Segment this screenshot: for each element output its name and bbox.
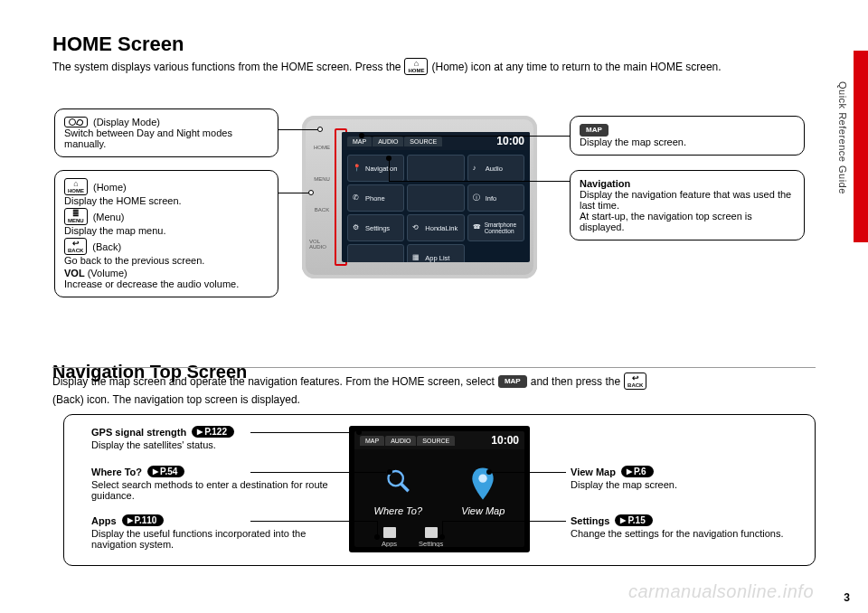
- tile-hondalink: ⟲HondaLink: [407, 214, 464, 241]
- page-ref[interactable]: P.122: [192, 426, 234, 438]
- callout-display-mode: (Display Mode) Switch between Day and Ni…: [54, 108, 278, 157]
- back-btn-icon: ↩BACK: [624, 373, 646, 390]
- leader: [389, 158, 390, 181]
- callout-map: MAP Display the map screen.: [570, 116, 805, 156]
- menu-btn-icon: ≣MENU: [64, 208, 88, 225]
- item-view-map: View MapP.6 Display the map screen.: [571, 466, 769, 490]
- tile-navigation: 📍Navigation: [347, 155, 404, 182]
- leader-dot: [386, 156, 392, 161]
- leader-dot: [317, 127, 323, 132]
- tile-info: ⓘInfo: [467, 184, 524, 212]
- leader-dot: [308, 190, 314, 195]
- callout-left-buttons: ⌂HOME (Home) Display the HOME screen. ≣M…: [54, 170, 278, 297]
- leader: [536, 136, 570, 137]
- leader: [278, 129, 318, 130]
- intro-text-a: The system displays various functions fr…: [52, 61, 401, 73]
- intro-text-b: (Home) icon at any time to return to the…: [431, 61, 721, 73]
- view-map-button: View Map: [461, 467, 505, 516]
- page-ref[interactable]: P.54: [147, 466, 184, 477]
- device-nav: MAP AUDIO SOURCE 10:00 Where To? View Ma…: [349, 426, 530, 552]
- section2-box: GPS signal strengthP.122 Display the sat…: [63, 414, 816, 566]
- screen-clock: 10:00: [496, 135, 524, 147]
- tile-blank: [407, 155, 464, 182]
- page-ref[interactable]: P.15: [615, 514, 652, 526]
- leader: [278, 193, 309, 193]
- tile-smartphone: ☎Smartphone Connection: [467, 214, 524, 241]
- tile-applist: ▦App List: [407, 244, 464, 262]
- home-icon: ⌂ HOME: [404, 58, 428, 75]
- section2-intro: Display the map screen and operate the n…: [52, 373, 816, 406]
- page-ref[interactable]: P.6: [621, 466, 654, 477]
- item-where: Where To?P.54 Select search methods to e…: [91, 466, 335, 501]
- device-screen: MAP AUDIO SOURCE 10:00 📍Navigation ♪Audi…: [342, 132, 530, 262]
- svg-point-2: [479, 475, 487, 483]
- apps-small: Apps: [382, 527, 397, 547]
- section1-intro: The system displays various functions fr…: [52, 58, 816, 75]
- tile-audio: ♪Audio: [467, 155, 524, 182]
- tile-blank3: [347, 244, 404, 262]
- svg-line-1: [401, 484, 409, 491]
- map-tab-icon: MAP: [580, 124, 609, 137]
- item-apps: AppsP.110 Display the useful functions i…: [91, 514, 344, 550]
- leader: [389, 181, 536, 182]
- where-to-button: Where To?: [374, 467, 422, 516]
- page: HOME Screen The system displays various …: [0, 0, 868, 613]
- item-gps: GPS signal strengthP.122 Display the sat…: [91, 426, 335, 450]
- rule: [52, 367, 816, 368]
- device-button-strip: HOME MENU BACK VOL AUDIO: [309, 132, 335, 262]
- page-ref[interactable]: P.110: [122, 514, 165, 526]
- tile-phone: ✆Phone: [347, 184, 404, 212]
- home-btn-icon: ⌂HOME: [64, 178, 88, 195]
- leader: [536, 181, 570, 182]
- watermark: carmanualsonline.info: [628, 581, 814, 602]
- item-settings: SettingsP.15 Change the settings for the…: [571, 514, 788, 539]
- device-home: HOME MENU BACK VOL AUDIO MAP AUDIO SOURC…: [302, 116, 537, 278]
- screen-tab-audio: AUDIO: [373, 137, 403, 146]
- callout-navigation: Navigation Display the navigation featur…: [570, 170, 805, 240]
- display-mode-icon: [64, 117, 88, 127]
- map-tab-icon: MAP: [498, 375, 527, 388]
- leader: [362, 136, 536, 137]
- tile-blank2: [407, 184, 464, 212]
- page-number: 3: [844, 591, 850, 604]
- back-btn-icon: ↩BACK: [64, 238, 87, 255]
- screen-tab-source: SOURCE: [404, 137, 442, 146]
- tile-settings: ⚙Settings: [347, 214, 404, 241]
- section1-title: HOME Screen: [52, 33, 816, 56]
